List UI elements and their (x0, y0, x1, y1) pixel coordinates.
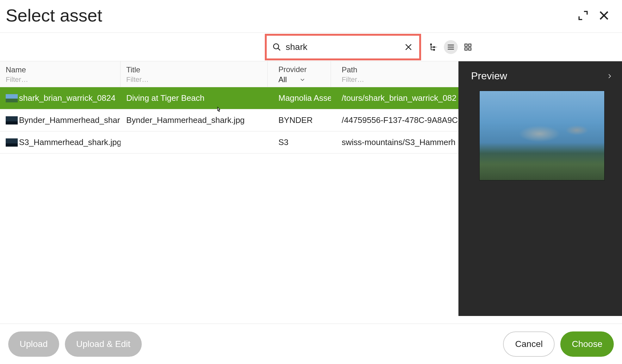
cell-name-text: Bynder_Hammerhead_shark (19, 115, 121, 125)
clear-icon (404, 43, 413, 51)
cell-name: S3_Hammerhead_shark.jpg (0, 137, 121, 147)
svg-rect-17 (469, 44, 471, 46)
column-label: Name (6, 65, 115, 74)
column-header-title[interactable]: Title (121, 61, 268, 87)
svg-point-9 (433, 46, 434, 47)
provider-selected-value: All (278, 75, 287, 84)
close-icon (598, 10, 610, 21)
close-button[interactable] (598, 9, 610, 21)
column-label: Path (342, 65, 453, 74)
cell-name: Bynder_Hammerhead_shark (0, 115, 121, 125)
list-view-button[interactable] (444, 40, 458, 54)
column-header-name[interactable]: Name (0, 61, 121, 87)
header-actions (577, 9, 616, 21)
cell-provider: S3 (268, 137, 331, 147)
preview-header[interactable]: Preview (471, 70, 613, 82)
footer-right: Cancel Choose (503, 331, 614, 357)
cell-provider: BYNDER (268, 115, 331, 125)
name-filter-input[interactable] (6, 76, 115, 84)
table-header: Name Title Provider All Path (0, 61, 458, 87)
list-icon (447, 43, 455, 51)
thumbnail-icon (6, 138, 18, 147)
provider-select[interactable]: All (278, 75, 325, 84)
table-body: shark_brian_warrick_0824Diving at Tiger … (0, 87, 458, 154)
dialog-title: Select asset (6, 5, 102, 26)
cell-name-text: shark_brian_warrick_0824 (19, 93, 115, 103)
svg-rect-16 (465, 44, 467, 46)
cell-path: swiss-mountains/S3_Hammerh (331, 137, 458, 147)
svg-rect-19 (469, 48, 471, 50)
clear-search-button[interactable] (403, 42, 414, 52)
column-label: Provider (278, 65, 325, 74)
column-header-path[interactable]: Path (331, 61, 458, 87)
main-area: Name Title Provider All Path (0, 61, 622, 316)
toolbar (0, 33, 622, 61)
preview-title: Preview (471, 70, 507, 82)
footer-left: Upload Upload & Edit (8, 331, 142, 357)
grid-view-button[interactable] (461, 40, 475, 54)
tree-icon (430, 43, 438, 51)
column-header-provider[interactable]: Provider All (268, 61, 331, 87)
thumbnail-icon (6, 94, 18, 102)
expand-icon (578, 10, 588, 21)
cell-name-text: S3_Hammerhead_shark.jpg (19, 137, 121, 147)
svg-rect-18 (465, 48, 467, 50)
cell-path: /44759556-F137-478C-9A8A9C (331, 115, 458, 125)
asset-table: Name Title Provider All Path (0, 61, 458, 316)
column-label: Title (126, 65, 262, 74)
chevron-down-icon (300, 77, 305, 82)
choose-button[interactable]: Choose (560, 331, 614, 357)
fullscreen-button[interactable] (577, 9, 589, 21)
cancel-button[interactable]: Cancel (503, 331, 555, 357)
cell-title: Diving at Tiger Beach (121, 93, 268, 103)
view-switcher (421, 40, 475, 54)
chevron-right-icon (607, 73, 613, 79)
cell-path: /tours/shark_brian_warrick_082 (331, 93, 458, 103)
upload-edit-button[interactable]: Upload & Edit (65, 331, 142, 357)
title-filter-input[interactable] (126, 76, 262, 84)
search-icon (272, 43, 281, 52)
svg-point-2 (274, 44, 279, 49)
path-filter-input[interactable] (342, 76, 453, 84)
dialog-header: Select asset (0, 0, 622, 33)
svg-point-11 (433, 49, 434, 50)
table-row[interactable]: shark_brian_warrick_0824Diving at Tiger … (0, 87, 458, 109)
table-row[interactable]: S3_Hammerhead_shark.jpgS3swiss-mountains… (0, 131, 458, 154)
search-input[interactable] (286, 42, 399, 52)
cell-name: shark_brian_warrick_0824 (0, 93, 121, 103)
table-row[interactable]: Bynder_Hammerhead_sharkBynder_Hammerhead… (0, 109, 458, 131)
grid-icon (464, 43, 472, 51)
search-field-highlighted (265, 34, 421, 60)
preview-image (479, 91, 605, 180)
tree-view-button[interactable] (427, 40, 441, 54)
dialog-footer: Upload Upload & Edit Cancel Choose (0, 324, 622, 364)
cell-provider: Magnolia Asse (268, 93, 331, 103)
preview-panel: Preview (458, 61, 622, 316)
svg-line-3 (278, 48, 280, 50)
thumbnail-icon (6, 116, 18, 124)
cell-title: Bynder_Hammerhead_shark.jpg (121, 115, 268, 125)
upload-button[interactable]: Upload (8, 331, 59, 357)
